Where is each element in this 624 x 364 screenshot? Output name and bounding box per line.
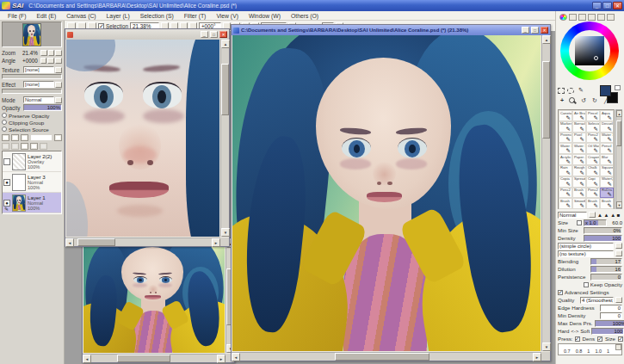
- app-close-button[interactable]: ✕: [613, 2, 622, 9]
- menu-file[interactable]: File (F): [3, 12, 31, 20]
- nav-rotate-ccw-button[interactable]: [40, 58, 47, 64]
- tool-copia[interactable]: Copia✎: [559, 176, 572, 188]
- tool-oil-water[interactable]: Oil Water✎: [586, 143, 600, 154]
- layer-row-layer-1[interactable]: ● Layer 1Normal100%✎: [3, 193, 61, 213]
- effect-dropdown-button[interactable]: [55, 82, 62, 88]
- brush-size-preset[interactable]: 1.0: [595, 349, 602, 354]
- rotate-ccw-tool-icon[interactable]: ↺: [579, 96, 588, 105]
- layer-opacity-slider[interactable]: 100%: [23, 104, 62, 111]
- brush-tip-shapes[interactable]: ▲ ▲ ▲ ■: [597, 213, 620, 218]
- tool-selecion[interactable]: Selecion✎: [586, 121, 600, 133]
- merge-down-button[interactable]: [11, 143, 19, 150]
- tool-penc2[interactable]: Penc2✎: [586, 188, 600, 199]
- hard-soft-slider[interactable]: 100: [591, 328, 624, 335]
- tool-water-1p0[interactable]: Water 1P0✎: [572, 143, 586, 154]
- tool-smooth[interactable]: Smooth✎: [572, 198, 586, 209]
- effect-dropdown[interactable]: [none]: [23, 81, 54, 88]
- tool-grid-scrollbar[interactable]: ▲▼: [615, 109, 622, 209]
- paint-mode-dropdown[interactable]: Normal: [558, 212, 587, 219]
- main-horizontal-scrollbar[interactable]: ◄ ►: [232, 352, 541, 361]
- press-size-checkbox[interactable]: [597, 336, 602, 342]
- closeup-horizontal-scrollbar[interactable]: ◄ ►: [65, 238, 220, 246]
- texture-dropdown-button[interactable]: [55, 67, 62, 73]
- tool-penc2[interactable]: Penc2✎: [559, 188, 572, 199]
- tool-waterq[interactable]: WaterQ✎: [600, 176, 614, 188]
- persistence-slider[interactable]: 0: [590, 274, 622, 281]
- navigator[interactable]: [2, 22, 62, 47]
- color-wheel[interactable]: [558, 22, 622, 83]
- tool-square[interactable]: Square✎: [600, 165, 614, 176]
- app-minimize-button[interactable]: _: [592, 2, 602, 9]
- tool-desselec[interactable]: Desselec✎: [600, 121, 614, 133]
- brush-size-presets[interactable]: 0.70.811.01: [558, 343, 622, 355]
- tool-borracha[interactable]: Borracha✎: [572, 121, 586, 133]
- layer-row-layer-2-2-[interactable]: Layer 2(2)Overlay100%: [3, 151, 61, 172]
- quality-dropdown-button[interactable]: [615, 297, 622, 303]
- edge-hardness-field[interactable]: 0: [600, 305, 622, 312]
- app-maximize-button[interactable]: □: [602, 2, 612, 9]
- closeup-canvas[interactable]: [66, 40, 219, 237]
- main-close-button[interactable]: ✕: [541, 27, 548, 34]
- main-canvas-window[interactable]: C:\Documents and Settings\BARBARA\Deskto…: [231, 24, 551, 361]
- closeup-window-titlebar[interactable]: _ □ ✕: [65, 29, 229, 40]
- nav-zoom-out-button[interactable]: [40, 50, 47, 56]
- tool-brush[interactable]: Brush✎: [572, 188, 586, 199]
- keep-opacity-checkbox[interactable]: [584, 282, 589, 287]
- transfer-down-button[interactable]: [2, 143, 9, 150]
- layer-mode-dropdown-button[interactable]: [55, 97, 62, 103]
- size-slider[interactable]: x 1.0: [584, 219, 607, 226]
- tool-paper-0-10[interactable]: Paper +0/10✎: [572, 154, 586, 165]
- menu-window[interactable]: Window (W): [244, 12, 285, 20]
- main-maximize-button[interactable]: □: [531, 27, 539, 34]
- lasso-tool-icon[interactable]: [567, 88, 574, 94]
- advanced-settings-checkbox[interactable]: [558, 290, 563, 295]
- tool-pencil[interactable]: Pencil✎: [600, 143, 614, 154]
- brush-shape-dropdown[interactable]: (simple circle): [558, 243, 614, 250]
- size-unit-checkbox[interactable]: [577, 220, 582, 225]
- press-dens-checkbox[interactable]: [575, 336, 580, 342]
- quality-dropdown[interactable]: 4 (Smoothest): [580, 297, 614, 304]
- tool-rain[interactable]: Rain✎: [559, 165, 572, 176]
- brush-shape-dropdown-button[interactable]: [615, 243, 622, 249]
- saturation-value-square[interactable]: [575, 36, 604, 65]
- brush-texture-dropdown[interactable]: (no texture): [558, 250, 614, 257]
- move-tool-icon[interactable]: +: [558, 96, 566, 105]
- texture-dropdown[interactable]: [none]: [23, 66, 54, 73]
- min-size-slider[interactable]: 0%: [584, 227, 622, 234]
- nav-angle-reset-button[interactable]: [55, 58, 62, 64]
- tool-caneta[interactable]: Caneta✎: [559, 110, 572, 121]
- zoom-tool-icon[interactable]: [569, 97, 577, 105]
- app-titlebar[interactable]: SAI C:\Documents and Settings\BARBARA\De…: [0, 0, 624, 11]
- tool-penc2[interactable]: Penc2✎: [586, 133, 600, 144]
- tool-pixel[interactable]: Pixel✎: [572, 133, 586, 144]
- brush-texture-dropdown-button[interactable]: [615, 250, 622, 256]
- new-lineart-layer-button[interactable]: [11, 134, 19, 141]
- tool-air-brush[interactable]: Air Brush✎: [572, 110, 586, 121]
- rotate-cw-tool-icon[interactable]: ↻: [590, 96, 599, 105]
- wand-tool-icon[interactable]: ✎: [577, 86, 585, 95]
- layer-mode-dropdown[interactable]: Normal: [23, 96, 54, 103]
- layer-visibility-checkbox[interactable]: ●: [3, 179, 10, 186]
- small-canvas-window[interactable]: ▲ ▼ ◄ ►: [82, 238, 235, 363]
- tool-blur[interactable]: Blur✎: [600, 154, 614, 165]
- closeup-canvas-window[interactable]: _ □ ✕ ▲ ▼ ◄ ►: [65, 28, 230, 247]
- swatches-tab-icon[interactable]: [597, 14, 605, 21]
- brush-size-preset[interactable]: 0.8: [576, 349, 583, 354]
- density-slider[interactable]: 100: [584, 235, 622, 242]
- tool-rough-n[interactable]: Rough n✎: [572, 165, 586, 176]
- menu-canvas[interactable]: Canvas (C): [62, 12, 100, 20]
- menu-view[interactable]: View (V): [212, 12, 243, 20]
- tool-rudra[interactable]: RuDra✎: [600, 188, 614, 199]
- tool-brush[interactable]: Brush✎: [559, 198, 572, 209]
- closeup-close-button[interactable]: ✕: [219, 31, 227, 38]
- closeup-maximize-button[interactable]: □: [210, 31, 218, 38]
- dilution-slider[interactable]: 16: [590, 266, 622, 273]
- preset-scrollbar-button[interactable]: [615, 344, 621, 350]
- tool-chalk[interactable]: Chalk✎: [586, 165, 600, 176]
- clipping-group-checkbox[interactable]: [2, 120, 7, 125]
- closeup-minimize-button[interactable]: _: [201, 31, 208, 38]
- menu-filter[interactable]: Filter (T): [180, 12, 211, 20]
- tool-copi[interactable]: Copi✎: [586, 176, 600, 188]
- marquee-tool-icon[interactable]: [558, 88, 565, 94]
- clear-layer-button[interactable]: [21, 143, 28, 150]
